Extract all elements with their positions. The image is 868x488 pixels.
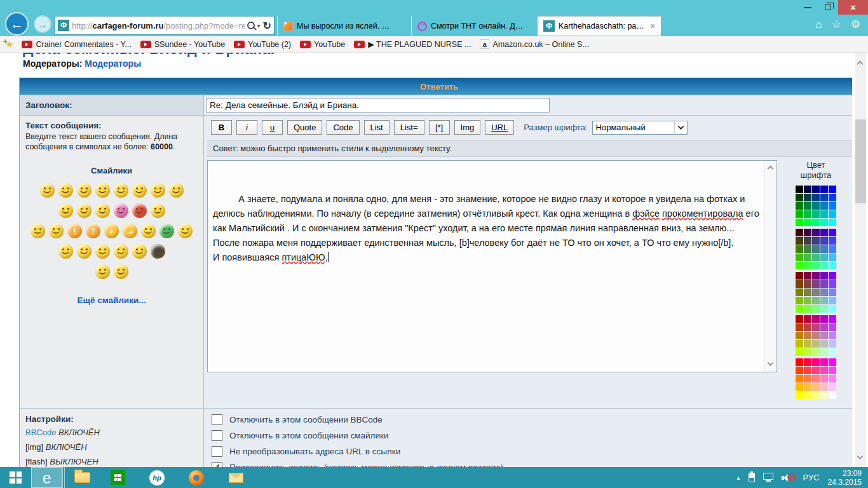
smiley-question-icon[interactable]: ? [86, 224, 100, 238]
palette-color-cell[interactable] [812, 219, 820, 226]
palette-color-cell[interactable] [820, 186, 828, 193]
palette-color-cell[interactable] [820, 254, 828, 261]
palette-color-cell[interactable] [812, 297, 820, 304]
palette-color-cell[interactable] [829, 297, 836, 304]
palette-color-cell[interactable] [804, 210, 811, 218]
browser-tab[interactable]: Смотри ТНТ онлайн. Дальше... [411, 16, 537, 36]
smiley-calm-icon[interactable] [132, 244, 147, 259]
palette-color-cell[interactable] [804, 237, 811, 245]
refresh-icon[interactable]: ↻ [263, 20, 271, 32]
palette-color-cell[interactable] [812, 237, 820, 245]
palette-color-cell[interactable] [804, 367, 811, 374]
browser-tab[interactable]: Мы выросли из яслей. И "воз... [277, 16, 411, 36]
palette-color-cell[interactable] [796, 340, 803, 348]
smiley-rolleyes-icon[interactable] [31, 224, 45, 238]
scrollbar-thumb[interactable] [855, 119, 866, 203]
forward-button[interactable]: → [34, 15, 51, 33]
palette-color-cell[interactable] [820, 194, 828, 201]
smiley-exclaim-icon[interactable]: ! [67, 224, 82, 238]
volume-muted-icon[interactable] [782, 472, 795, 483]
textarea-scrollbar[interactable] [764, 161, 776, 372]
smiley-embarrassed-icon[interactable] [132, 183, 147, 198]
smiley-bomb-icon[interactable] [151, 244, 165, 259]
palette-color-cell[interactable] [829, 383, 836, 391]
moderators-link[interactable]: Модераторы [85, 58, 141, 69]
favorite-item[interactable]: SSundee - YouTube [136, 40, 229, 49]
palette-color-cell[interactable] [796, 332, 803, 339]
smiley-arrow-icon[interactable]: → [123, 224, 137, 238]
palette-color-cell[interactable] [820, 262, 828, 269]
bbcode-button-url[interactable]: URL [485, 120, 514, 135]
palette-color-cell[interactable] [829, 280, 836, 288]
palette-color-cell[interactable] [829, 288, 836, 296]
smiley-half-icon[interactable] [169, 183, 184, 198]
palette-color-cell[interactable] [804, 383, 811, 391]
palette-color-cell[interactable] [796, 186, 803, 193]
palette-color-cell[interactable] [812, 375, 820, 383]
palette-color-cell[interactable] [804, 254, 811, 261]
palette-color-cell[interactable] [812, 323, 820, 331]
palette-color-cell[interactable] [829, 375, 836, 383]
palette-color-cell[interactable] [820, 383, 828, 391]
palette-color-cell[interactable] [829, 210, 836, 218]
palette-color-cell[interactable] [812, 245, 820, 253]
palette-color-cell[interactable] [820, 332, 828, 339]
bbcode-button-img[interactable]: Img [454, 120, 481, 135]
palette-color-cell[interactable] [812, 383, 820, 391]
palette-color-cell[interactable] [829, 262, 836, 269]
font-size-select[interactable]: Нормальный [592, 121, 688, 135]
palette-color-cell[interactable] [820, 245, 828, 253]
favorite-item[interactable]: aAmazon.co.uk – Online S... [475, 39, 593, 49]
palette-color-cell[interactable] [820, 391, 828, 399]
palette-color-cell[interactable] [829, 391, 836, 399]
smiley-shocked-icon[interactable] [95, 183, 110, 198]
smiley-pink-slap-icon[interactable] [114, 203, 128, 218]
palette-color-cell[interactable] [812, 332, 820, 339]
smiley-wave-icon[interactable] [58, 244, 73, 259]
palette-color-cell[interactable] [820, 297, 828, 304]
palette-color-cell[interactable] [820, 210, 828, 218]
smiley-wink-icon[interactable] [49, 224, 64, 238]
clock[interactable]: 23:09 24.3.2015 [828, 469, 862, 487]
smiley-thumbs-up-icon[interactable] [114, 264, 128, 279]
palette-color-cell[interactable] [804, 332, 811, 339]
palette-color-cell[interactable] [829, 367, 836, 374]
favorite-item[interactable]: Crainer Commentates - Y... [17, 40, 135, 49]
palette-color-cell[interactable] [796, 237, 803, 245]
address-dropdown-icon[interactable]: ▾ [257, 22, 261, 29]
palette-color-cell[interactable] [796, 297, 803, 304]
palette-color-cell[interactable] [820, 340, 828, 348]
palette-color-cell[interactable] [812, 315, 820, 323]
palette-color-cell[interactable] [804, 375, 811, 383]
bbcode-button-b[interactable]: B [211, 120, 232, 135]
palette-color-cell[interactable] [812, 288, 820, 296]
palette-color-cell[interactable] [820, 272, 828, 280]
palette-color-cell[interactable] [812, 305, 820, 313]
battery-icon[interactable] [749, 473, 755, 482]
smiley-scared-icon[interactable] [95, 264, 110, 279]
address-bar[interactable]: Ф http://carfagen-forum.ru/posting.php?m… [55, 16, 275, 35]
smiley-mad-tongue-icon[interactable] [95, 244, 110, 259]
add-favorite-icon[interactable]: ★ [5, 39, 13, 50]
bbcode-button-quote[interactable]: Quote [287, 120, 322, 135]
palette-color-cell[interactable] [829, 305, 836, 313]
checkbox[interactable] [212, 446, 222, 457]
palette-color-cell[interactable] [796, 348, 803, 356]
checkbox[interactable]: ✓ [212, 462, 222, 467]
smiley-blush-point-icon[interactable] [95, 203, 110, 218]
palette-color-cell[interactable] [829, 254, 836, 261]
palette-color-cell[interactable] [829, 358, 836, 366]
palette-color-cell[interactable] [812, 194, 820, 201]
smiley-thumbs-icon[interactable] [58, 203, 73, 218]
palette-color-cell[interactable] [820, 305, 828, 313]
palette-color-cell[interactable] [829, 340, 836, 348]
back-button[interactable]: ← [5, 12, 29, 36]
palette-color-cell[interactable] [804, 245, 811, 253]
palette-color-cell[interactable] [796, 202, 803, 210]
palette-color-cell[interactable] [829, 237, 836, 245]
palette-color-cell[interactable] [804, 186, 811, 193]
taskbar-mail-button[interactable] [216, 467, 255, 488]
bbcode-button-code[interactable]: Code [327, 120, 359, 135]
palette-color-cell[interactable] [820, 358, 828, 366]
palette-color-cell[interactable] [829, 229, 836, 236]
